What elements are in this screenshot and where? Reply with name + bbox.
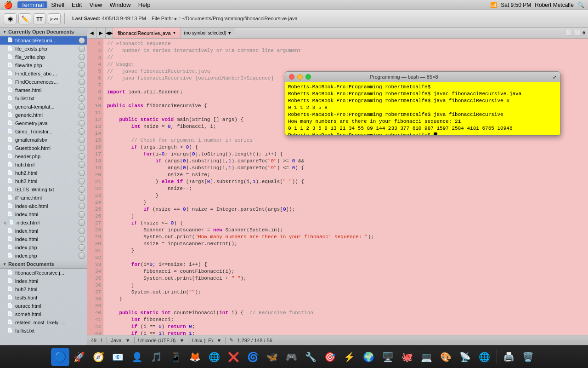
close-btn[interactable] [79,112,85,118]
dock-app14[interactable]: 📡 [456,348,475,366]
menu-edit[interactable]: Edit [68,1,85,8]
recent-docs-header[interactable]: ▼ Recent Documents [0,260,87,269]
tab-btn-1[interactable]: ⬜ [566,30,572,36]
sidebar-item-filewrite[interactable]: 📄 filewrite.php [0,61,87,69]
recent-item-fulllist[interactable]: 📄 fulllist.txt [0,327,87,335]
sidebar-item-index-abc[interactable]: 📄 index-abc.html [0,202,87,210]
sidebar-item-fibonacci[interactable]: 📄 fibonacciRecursi... [0,36,87,45]
sidebar-item-index2[interactable]: ◇ 📄 index.html [0,218,87,227]
sidebar-item-file-exists[interactable]: 📄 file_exists.php [0,45,87,53]
close-btn[interactable] [79,228,85,234]
close-btn[interactable] [79,104,85,110]
close-btn[interactable] [79,145,85,151]
symbol-selector[interactable]: (no symbol selected) ▼ [181,28,235,38]
sidebar-item-gimp[interactable]: 📄 Gimp_Transfor... [0,127,87,136]
dock-mail[interactable]: 📧 [109,348,127,366]
close-btn[interactable] [79,211,85,218]
close-btn[interactable] [79,253,85,259]
dock-finder[interactable]: 🔵 [51,348,69,366]
dock-launchpad[interactable]: 🚀 [70,348,89,366]
close-btn[interactable] [79,87,85,93]
close-btn[interactable] [79,70,85,77]
close-btn[interactable] [79,203,85,209]
status-encoding[interactable]: Unicode (UTF-8) [138,338,176,343]
close-btn[interactable] [79,95,85,102]
close-btn[interactable] [79,170,85,176]
sidebar-item-index4[interactable]: 📄 index.html [0,235,87,243]
dock-app11[interactable]: 🐙 [398,348,417,366]
toolbar-btn-1[interactable]: ◉ [4,13,17,24]
terminal-expand-btn[interactable]: ⤢ [553,75,556,80]
sidebar-item-findoccurrences[interactable]: 📄 FindOccurrences... [0,78,87,86]
menu-help[interactable]: Help [135,1,154,8]
toolbar-btn-java[interactable]: java [48,13,61,24]
close-btn[interactable] [79,79,85,85]
sidebar-item-generic[interactable]: 📄 generic.html [0,111,87,119]
sidebar-item-ielts[interactable]: 📄 IELTS_Writing.txt [0,185,87,194]
status-lineending[interactable]: Unix (LF) [192,338,213,343]
close-btn[interactable] [79,186,85,193]
recent-item-index[interactable]: 📄 index.html [0,277,87,285]
sidebar-item-fulllist[interactable]: 📄 fulllist.txt [0,94,87,103]
recent-item-someh[interactable]: 📄 someh.html [0,310,87,318]
dock-app5[interactable]: 🎮 [283,348,301,366]
sidebar-item-header[interactable]: 📄 header.php [0,152,87,161]
dock-chrome[interactable]: 🌐 [205,348,224,366]
status-lang[interactable]: Java [111,338,121,343]
recent-item-test5[interactable]: 📄 test5.html [0,293,87,302]
sidebar-item-index-php2[interactable]: 📄 index.php [0,252,87,260]
menu-window[interactable]: Window [106,1,134,8]
close-btn[interactable] [79,137,85,143]
apple-menu[interactable]: 🍎 [4,0,13,9]
dock-app6[interactable]: 🔧 [302,348,320,366]
sidebar-item-iframe[interactable]: 📄 iFrame.html [0,194,87,202]
dock-contacts[interactable]: 👤 [128,348,147,366]
dock-app10[interactable]: 🖥️ [379,348,397,366]
minimize-window-btn[interactable] [297,74,303,80]
sidebar-item-findletters[interactable]: 📄 FindLetters_abc.... [0,69,87,78]
sidebar-item-index3[interactable]: 📄 index.html [0,227,87,235]
dock-app8[interactable]: ⚡ [340,348,359,366]
sidebar-item-huh2[interactable]: 📄 huh2.html [0,169,87,177]
sidebar-item-huh2b[interactable]: 📄 huh2.html [0,177,87,185]
close-btn[interactable] [79,178,85,184]
dock-app16[interactable]: 🖨️ [500,348,518,366]
dock-safari[interactable]: 🧭 [90,348,108,366]
tab-menu[interactable]: ◀▶ [106,28,113,38]
dock-app1[interactable]: 📱 [167,348,185,366]
close-btn[interactable] [79,244,85,251]
open-docs-header[interactable]: ▼ Currently Open Documents [0,28,87,36]
maximize-window-btn[interactable] [305,74,311,80]
toolbar-btn-tt[interactable]: TT [33,13,46,24]
dock-app2[interactable]: ❌ [225,348,243,366]
menu-terminal[interactable]: Terminal [17,1,47,8]
dock-firefox[interactable]: 🦊 [186,348,204,366]
close-btn[interactable] [79,128,85,135]
dock-itunes[interactable]: 🎵 [147,348,166,366]
tab-fibonacci[interactable]: fibonacciRecursive.java ▼ [113,28,181,38]
recent-item-fibonacci[interactable]: 📄 fibonacciRecursive.j... [0,269,87,277]
sidebar-item-general[interactable]: 📄 general-templat... [0,103,87,111]
tab-forward[interactable]: ▶ [96,28,106,38]
close-btn[interactable] [79,153,85,160]
recent-item-related[interactable]: 📄 related_most_likely_... [0,318,87,327]
sidebar-item-file-write[interactable]: 📄 file_write.php [0,53,87,61]
close-btn[interactable] [79,236,85,242]
close-window-btn[interactable] [289,74,294,80]
terminal-content[interactable]: Roberts-MacBook-Pro:Programming robertme… [285,82,560,135]
close-btn[interactable] [79,54,85,60]
sidebar-item-guestbook[interactable]: 📄 Guestbook.html [0,144,87,152]
close-btn[interactable] [79,120,85,126]
close-btn[interactable] [79,195,85,201]
dock-app9[interactable]: 🌍 [360,348,378,366]
menubar-search[interactable]: 🔍 [577,2,584,8]
menu-shell[interactable]: Shell [47,1,68,8]
sidebar-item-frames[interactable]: 📄 frames.html [0,86,87,94]
close-btn[interactable] [79,46,85,52]
tab-btn-2[interactable]: ⬜ [574,30,581,36]
close-btn[interactable] [79,62,85,69]
sidebar-item-index1[interactable]: 📄 index.html [0,210,87,218]
sidebar-item-gmail[interactable]: 📄 gmailemailsbv [0,136,87,144]
close-btn[interactable] [79,37,85,44]
dock-app7[interactable]: 🎯 [321,348,339,366]
